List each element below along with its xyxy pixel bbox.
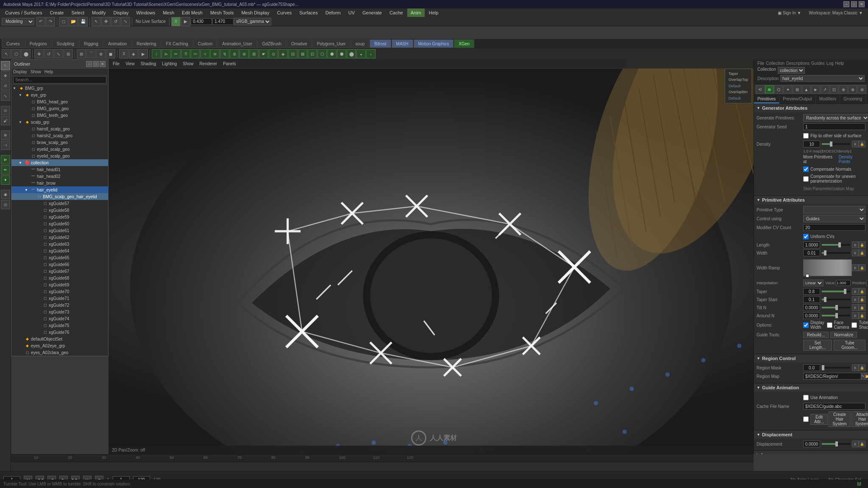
move-icon[interactable]: ✥ — [101, 17, 111, 26]
xgen-brush-left-tool[interactable]: ✏ — [1, 165, 10, 175]
xgen-brush-icon[interactable]: ✏ — [171, 49, 181, 58]
disp-expr-btn[interactable]: E — [852, 441, 859, 447]
render-icon[interactable]: ◈ — [129, 49, 138, 58]
uniform-cvs-checkbox[interactable] — [803, 234, 809, 239]
sign-in-button[interactable]: ▣ Sign In ▼ — [774, 11, 805, 15]
tab-curves[interactable]: Curves — [2, 39, 25, 48]
menu-select[interactable]: Select — [68, 8, 88, 17]
xgen-edit-left-tool[interactable]: ✦ — [1, 175, 10, 185]
modifier-cv-input[interactable] — [803, 224, 865, 231]
tilt-n-input[interactable] — [803, 304, 820, 311]
tree-item-collection[interactable]: ▼🔴collection — [11, 159, 108, 166]
tree-item-defaultobjectset[interactable]: ◆defaultObjectSet — [11, 336, 108, 342]
snap-grid-icon[interactable]: ⊞ — [77, 49, 86, 58]
tree-item-xgguide65[interactable]: ◻xgGuide65 — [11, 254, 108, 261]
edit-attr-checkbox[interactable] — [803, 416, 809, 422]
flip-checkbox[interactable] — [803, 133, 809, 139]
tilt-n-slider[interactable] — [822, 307, 850, 308]
xgen-tab-grooming[interactable]: Grooming — [840, 95, 866, 103]
menu-mesh-display[interactable]: Mesh Display — [238, 8, 273, 17]
xgen-util9-icon[interactable]: ⬥ — [356, 49, 366, 58]
xgen-cut-icon[interactable]: ✂ — [191, 49, 200, 58]
length-input[interactable] — [803, 241, 820, 248]
tab-custom[interactable]: Custom — [193, 39, 217, 48]
xgen-place-icon[interactable]: ⊳ — [161, 49, 171, 58]
tree-item-hair-head02[interactable]: 〰hair_head02 — [11, 173, 108, 180]
menu-cache[interactable]: Cache — [386, 8, 406, 17]
xgen-menu-file[interactable]: File — [757, 61, 764, 66]
ramp-handle[interactable] — [806, 274, 809, 277]
xgen-icon-remove[interactable]: ⊗ — [848, 85, 857, 94]
tab-bifrost[interactable]: Bifrost — [370, 39, 391, 48]
vp-menu-shading[interactable]: Shading — [138, 61, 159, 67]
tree-item-xgguide69[interactable]: ◻xgGuide69 — [11, 281, 108, 288]
tab-rendering[interactable]: Rendering — [132, 39, 161, 48]
control-using-dropdown[interactable]: Guides — [803, 215, 865, 222]
move-tool-icon[interactable]: ✥ — [34, 49, 44, 58]
menu-mesh-tools[interactable]: Mesh Tools — [207, 8, 237, 17]
tab-animation[interactable]: Animation — [103, 39, 131, 48]
tree-item-xgguide63[interactable]: ◻xgGuide63 — [11, 241, 108, 247]
density-points-link[interactable]: Density Points — [839, 155, 866, 164]
xgen-twist-icon[interactable]: ↯ — [220, 49, 229, 58]
tree-item-scalp-grp[interactable]: ▼◆scalp_grp — [11, 119, 108, 125]
create-hair-system-button[interactable]: Create Hair System — [829, 411, 850, 427]
generate-primitives-dropdown[interactable]: Randomly across the surface — [803, 114, 868, 122]
outliner-min-btn[interactable]: − — [86, 61, 92, 67]
xgen-tab-modifiers[interactable]: Modifiers — [816, 95, 840, 103]
new-icon[interactable]: ◻ — [59, 17, 68, 26]
menu-curves[interactable]: Curves — [273, 8, 295, 17]
vp-menu-file[interactable]: File — [110, 61, 122, 67]
around-n-input[interactable] — [803, 312, 820, 319]
width-input[interactable] — [803, 250, 820, 256]
menu-modify[interactable]: Modify — [89, 8, 109, 17]
tab-fx-caching[interactable]: FX Caching — [161, 39, 193, 48]
xgen-guide-left-tool[interactable]: ⊳ — [1, 155, 10, 164]
width-slider[interactable] — [822, 252, 850, 254]
xgdesc-icon[interactable]: X — [171, 17, 181, 26]
region-map-folder-btn[interactable]: 📂 — [865, 373, 868, 380]
taper-handle[interactable] — [844, 289, 846, 294]
xgen-repel-icon[interactable]: ⊛ — [239, 49, 249, 58]
taper-expr-btn[interactable]: E — [852, 288, 859, 295]
region-mask-handle[interactable] — [822, 365, 824, 370]
xgen-tab-preview[interactable]: Preview/Output — [779, 95, 815, 103]
taper-slider[interactable] — [822, 291, 850, 292]
tree-item-hair-eyelid[interactable]: ▼〰hair_eyelid — [11, 186, 108, 193]
tree-item-xgguide61[interactable]: ◻xgGuide61 — [11, 227, 108, 234]
tree-item-bmg-scalp-geo-hair-eyelid[interactable]: ◻BMG_scalp_geo_hair_eyelid — [11, 193, 108, 200]
viewport-canvas[interactable]: File View Shading Lighting Show Renderer… — [108, 59, 754, 454]
menu-edit-mesh[interactable]: Edit Mesh — [178, 8, 206, 17]
taper-start-handle[interactable] — [824, 297, 826, 302]
rotate-tool-icon[interactable]: ↺ — [44, 49, 53, 58]
tree-item-hairstl-scalp-geo[interactable]: ◻hairstl_scalp_geo — [11, 125, 108, 132]
menu-help[interactable]: Help — [426, 8, 442, 17]
density-handle[interactable] — [830, 141, 832, 147]
tube-shade-checkbox[interactable] — [851, 322, 857, 328]
tab-xgen[interactable]: XGen — [454, 39, 474, 48]
tree-item-xgguide68[interactable]: ◻xgGuide68 — [11, 274, 108, 281]
xgen-util5-icon[interactable]: ⬡ — [317, 49, 327, 58]
tree-item-xgguide57[interactable]: ◻xgGuide57 — [11, 200, 108, 207]
density-lock-btn[interactable]: 🔒 — [859, 141, 865, 147]
snap-point-icon[interactable]: ⊕ — [96, 49, 106, 58]
tree-item-eyelid-scalp-geo[interactable]: ◻eyelid_scalp_geo — [11, 152, 108, 159]
tree-item-xgguide64[interactable]: ◻xgGuide64 — [11, 247, 108, 254]
redo-icon[interactable]: ↷ — [46, 17, 55, 26]
length-lock-btn[interactable]: 🔒 — [859, 241, 865, 248]
tree-item-xgguide74[interactable]: ◻xgGuide74 — [11, 315, 108, 322]
tab-motion-graphics[interactable]: Motion Graphics — [414, 39, 454, 48]
scale-tool-icon[interactable]: ⤡ — [54, 49, 63, 58]
xgen-tab-utilities[interactable]: Utilities — [866, 95, 868, 103]
xgen-attract-icon[interactable]: ⊚ — [230, 49, 239, 58]
field-input[interactable] — [191, 18, 212, 25]
tree-item-hair-head01[interactable]: 〰hair_head01 — [11, 166, 108, 173]
around-n-expr-btn[interactable]: E — [852, 312, 859, 319]
tree-item-brow-scalp-geo[interactable]: ◻brow_scalp_geo — [11, 139, 108, 146]
xgen-icon-wire[interactable]: ≋ — [765, 85, 774, 94]
paint-attr-tool[interactable]: 🖌 — [1, 116, 10, 125]
tree-item-bmg-grp[interactable]: ▼◆BMG_grp — [11, 85, 108, 92]
select-tool[interactable]: ↖ — [1, 61, 10, 70]
xgen-icon-shade[interactable]: ✦ — [783, 85, 792, 94]
vp-menu-lighting[interactable]: Lighting — [159, 61, 179, 67]
